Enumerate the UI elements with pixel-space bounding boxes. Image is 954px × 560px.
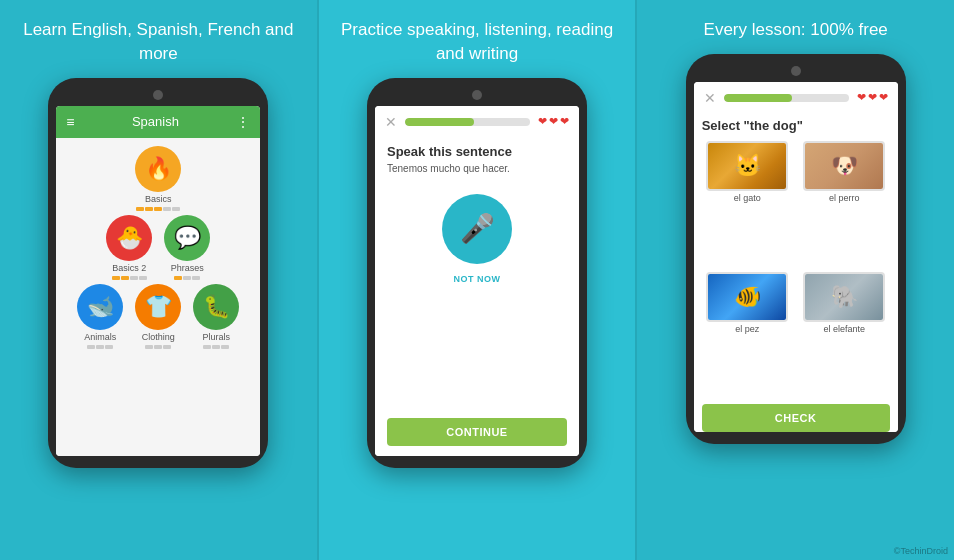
cat-img-content: 🐱 — [708, 143, 786, 189]
phone-screen-3: ✕ ❤ ❤ ❤ Select "the dog" 🐱 — [694, 82, 898, 432]
basics2-circle: 🐣 — [106, 215, 152, 261]
select-title: Select "the dog" — [702, 118, 890, 133]
seg1 — [112, 276, 120, 280]
heart-3-2: ❤ — [868, 91, 877, 104]
phone-1: ≡ Spanish ⋮ 🔥 Basics — [48, 78, 268, 468]
panel1-tagline: Learn English, Spanish, French and more — [0, 0, 317, 78]
lesson-plurals[interactable]: 🐛 Plurals — [193, 284, 239, 349]
dog-image: 🐶 — [803, 141, 885, 191]
clothing-progress — [145, 345, 171, 349]
seg3 — [221, 345, 229, 349]
seg2 — [121, 276, 129, 280]
animals-progress — [87, 345, 113, 349]
elephant-cell[interactable]: 🐘 el elefante — [799, 272, 890, 398]
watermark: ©TechinDroid — [894, 546, 948, 556]
seg1 — [145, 345, 153, 349]
mic-icon: 🎤 — [460, 212, 495, 245]
lesson-basics2[interactable]: 🐣 Basics 2 — [106, 215, 152, 280]
check-button[interactable]: CHECK — [702, 404, 890, 432]
more-icon[interactable]: ⋮ — [236, 114, 250, 130]
continue-button[interactable]: CONTINUE — [387, 418, 567, 446]
panel-practice: Practice speaking, listening, reading an… — [317, 0, 638, 560]
cat-label: el gato — [734, 193, 761, 203]
seg1 — [87, 345, 95, 349]
seg2 — [96, 345, 104, 349]
animal-grid: 🐱 el gato 🐶 el perro 🐠 — [702, 141, 890, 398]
phone-screen-1: ≡ Spanish ⋮ 🔥 Basics — [56, 106, 260, 456]
spanish-toolbar: ≡ Spanish ⋮ — [56, 106, 260, 138]
basics2-label: Basics 2 — [112, 263, 146, 273]
seg2 — [154, 345, 162, 349]
phone-camera-2 — [472, 90, 482, 100]
cat-image: 🐱 — [706, 141, 788, 191]
row2: 🐣 Basics 2 💬 Phrases — [106, 215, 210, 280]
speak-sentence: Tenemos mucho que hacer. — [387, 163, 510, 174]
basics-row: 🔥 Basics — [135, 146, 181, 211]
phone-2: ✕ ❤ ❤ ❤ Speak this sentence Tenemos much… — [367, 78, 587, 468]
mic-button[interactable]: 🎤 — [442, 194, 512, 264]
seg1 — [203, 345, 211, 349]
lesson-basics[interactable]: 🔥 Basics — [135, 146, 181, 211]
not-now-button[interactable]: NOT NOW — [454, 274, 501, 284]
close-icon-3[interactable]: ✕ — [704, 90, 716, 106]
plurals-label: Plurals — [203, 332, 231, 342]
dog-cell[interactable]: 🐶 el perro — [799, 141, 890, 267]
basics-label: Basics — [145, 194, 172, 204]
seg3 — [154, 207, 162, 211]
hearts-display-3: ❤ ❤ ❤ — [857, 91, 888, 104]
seg3 — [105, 345, 113, 349]
lesson-clothing[interactable]: 👕 Clothing — [135, 284, 181, 349]
clothing-label: Clothing — [142, 332, 175, 342]
animals-label: Animals — [84, 332, 116, 342]
heart-2: ❤ — [549, 115, 558, 128]
progress-bar-3 — [724, 94, 849, 102]
phrases-progress — [174, 276, 200, 280]
hearts-display: ❤ ❤ ❤ — [538, 115, 569, 128]
phone-3: ✕ ❤ ❤ ❤ Select "the dog" 🐱 — [686, 54, 906, 444]
seg4 — [139, 276, 147, 280]
fish-cell[interactable]: 🐠 el pez — [702, 272, 793, 398]
hamburger-icon[interactable]: ≡ — [66, 114, 74, 130]
basics-circle: 🔥 — [135, 146, 181, 192]
seg3 — [192, 276, 200, 280]
speak-body: Speak this sentence Tenemos mucho que ha… — [375, 134, 579, 456]
phone-screen-2: ✕ ❤ ❤ ❤ Speak this sentence Tenemos much… — [375, 106, 579, 456]
fish-img-content: 🐠 — [708, 274, 786, 320]
panel2-tagline: Practice speaking, listening, reading an… — [319, 0, 636, 78]
panel-free: Every lesson: 100% free ✕ ❤ ❤ ❤ Select "… — [637, 0, 954, 560]
dog-img-content: 🐶 — [805, 143, 883, 189]
cat-cell[interactable]: 🐱 el gato — [702, 141, 793, 267]
lesson-phrases[interactable]: 💬 Phrases — [164, 215, 210, 280]
close-icon[interactable]: ✕ — [385, 114, 397, 130]
panel-learn-languages: Learn English, Spanish, French and more … — [0, 0, 317, 560]
seg5 — [172, 207, 180, 211]
select-header: ✕ ❤ ❤ ❤ — [694, 82, 898, 110]
phrases-label: Phrases — [171, 263, 204, 273]
toolbar-title: Spanish — [132, 114, 179, 129]
seg2 — [145, 207, 153, 211]
speak-header: ✕ ❤ ❤ ❤ — [375, 106, 579, 134]
elephant-label: el elefante — [823, 324, 865, 334]
progress-fill — [405, 118, 474, 126]
progress-bar — [405, 118, 530, 126]
select-body: Select "the dog" 🐱 el gato 🐶 e — [694, 110, 898, 432]
panel3-tagline: Every lesson: 100% free — [684, 0, 908, 54]
dog-label: el perro — [829, 193, 860, 203]
heart-1: ❤ — [538, 115, 547, 128]
seg1 — [174, 276, 182, 280]
seg2 — [183, 276, 191, 280]
seg3 — [163, 345, 171, 349]
phone-camera-1 — [153, 90, 163, 100]
phrases-circle: 💬 — [164, 215, 210, 261]
heart-3-3: ❤ — [879, 91, 888, 104]
plurals-progress — [203, 345, 229, 349]
elephant-img-content: 🐘 — [805, 274, 883, 320]
lesson-animals[interactable]: 🐋 Animals — [77, 284, 123, 349]
elephant-image: 🐘 — [803, 272, 885, 322]
seg1 — [136, 207, 144, 211]
lessons-content: 🔥 Basics 🐣 B — [56, 138, 260, 456]
plurals-circle: 🐛 — [193, 284, 239, 330]
row3: 🐋 Animals 👕 Clothing — [77, 284, 239, 349]
seg4 — [163, 207, 171, 211]
fish-image: 🐠 — [706, 272, 788, 322]
